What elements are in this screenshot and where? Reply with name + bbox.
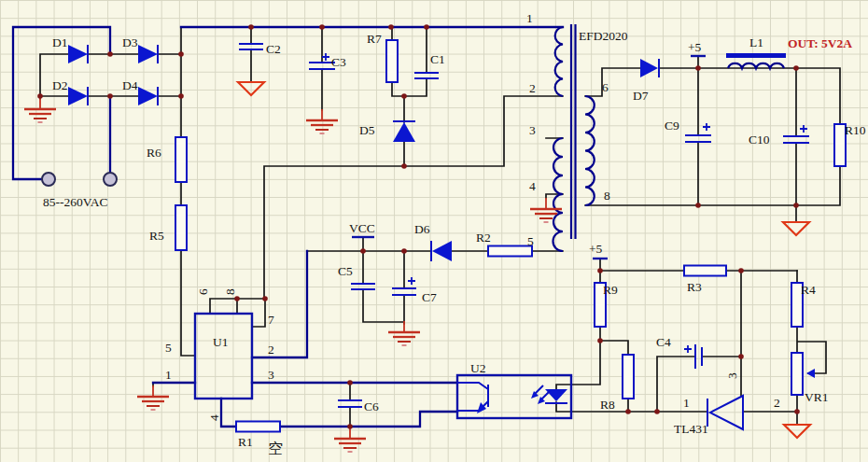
diode-d1	[68, 45, 88, 63]
label-ac-input: 85--260VAC	[43, 195, 108, 209]
optocoupler-u2	[457, 375, 571, 418]
cap-c2	[239, 44, 263, 49]
ac-terminal-1	[42, 173, 55, 186]
label-vcc: VCC	[349, 221, 375, 235]
shunt-regulator-tl431	[707, 396, 743, 429]
label-u1-pin7: 7	[268, 313, 274, 327]
label-d2: D2	[52, 78, 68, 92]
label-u1: U1	[213, 335, 229, 349]
label-transformer: EFD2020	[579, 29, 628, 43]
label-t-pin8: 8	[604, 189, 610, 203]
label-u2: U2	[470, 361, 486, 375]
inductor-l1	[726, 53, 786, 68]
schematic-svg: D1D2D3D485--260VACR6R5C2C3R7C1D5VCCD6R2C…	[0, 0, 868, 462]
label-u1-pin5: 5	[165, 341, 172, 355]
label-u1-pin1: 1	[165, 368, 172, 382]
resistor-r2	[488, 246, 532, 257]
label-note-kong: 空	[268, 441, 283, 456]
label-t-pin5: 5	[527, 234, 534, 248]
label-plus5-out: +5	[688, 40, 702, 54]
ground-symbol	[530, 198, 562, 222]
label-c2: C2	[266, 42, 281, 56]
ground-symbol	[24, 98, 56, 122]
label-c7: C7	[422, 290, 437, 304]
label-t-pin3: 3	[529, 123, 536, 137]
label-d4: D4	[122, 78, 138, 92]
labels-layer: D1D2D3D485--260VACR6R5C2C3R7C1D5VCCD6R2C…	[43, 11, 866, 456]
label-r1: R1	[238, 435, 253, 449]
resistor-r6	[175, 137, 187, 182]
label-r2: R2	[476, 231, 491, 245]
primary-winding	[555, 27, 563, 96]
label-t-pin1: 1	[526, 11, 533, 25]
label-c5: C5	[338, 264, 353, 278]
label-c3: C3	[331, 55, 346, 69]
diode-d6	[431, 241, 452, 261]
label-c6: C6	[364, 399, 379, 413]
resistor-r5	[175, 205, 187, 250]
label-r5: R5	[149, 229, 164, 243]
diode-d7	[640, 59, 659, 77]
label-c4: C4	[656, 335, 671, 349]
label-u1-pin4: 4	[207, 414, 221, 421]
diode-d5	[393, 121, 415, 142]
phototransistor	[457, 383, 488, 413]
label-tl431-pin1: 1	[683, 396, 690, 410]
cap-c6	[338, 400, 362, 407]
label-d5: D5	[359, 123, 375, 137]
label-r3: R3	[687, 280, 702, 294]
label-vr1: VR1	[805, 390, 829, 404]
earth-ground	[238, 82, 264, 95]
earth-ground	[783, 222, 809, 235]
label-plus5-fb: +5	[589, 242, 603, 256]
bridge-rectifier	[24, 45, 158, 186]
diode-d2	[68, 87, 88, 105]
label-out-rating: OUT: 5V2A	[788, 36, 852, 50]
label-l1: L1	[749, 35, 763, 49]
label-d7: D7	[633, 89, 649, 103]
label-t-pin4: 4	[529, 179, 536, 193]
diode-d4	[138, 87, 158, 105]
label-t-pin6: 6	[602, 80, 609, 94]
ground-symbol	[137, 385, 169, 410]
label-tl431-pin2: 2	[774, 396, 780, 410]
cap-c5	[351, 284, 375, 289]
wires-black	[40, 27, 840, 427]
label-c9: C9	[665, 119, 679, 133]
label-tl431: TL431	[674, 422, 708, 436]
cap-c1	[414, 73, 439, 78]
resistor-r7	[386, 40, 398, 82]
transformer-efd2020	[530, 24, 595, 251]
label-u1-pin2: 2	[268, 343, 274, 357]
schematic-canvas: D1D2D3D485--260VACR6R5C2C3R7C1D5VCCD6R2C…	[0, 0, 868, 462]
label-u1-pin6: 6	[196, 288, 210, 295]
label-r6: R6	[147, 146, 161, 160]
label-r7: R7	[367, 32, 382, 46]
controller-u1	[137, 137, 366, 452]
label-r10: R10	[845, 123, 866, 137]
label-c10: C10	[749, 133, 770, 147]
u1-body	[195, 314, 252, 399]
label-r4: R4	[801, 283, 816, 297]
ground-symbol	[306, 109, 338, 133]
label-d1: D1	[52, 35, 68, 49]
output-stage	[640, 53, 846, 235]
label-r9: R9	[603, 283, 618, 297]
resistor-r3	[684, 266, 726, 276]
label-d6: D6	[414, 222, 430, 236]
ground-symbol	[388, 321, 420, 345]
vcc-supply	[351, 237, 532, 345]
secondary-winding	[585, 96, 595, 205]
label-c1: C1	[430, 52, 445, 66]
label-tl431-pin3: 3	[725, 372, 739, 379]
label-t-pin2: 2	[529, 81, 536, 95]
resistor-r1	[236, 422, 280, 432]
resistor-r8	[623, 355, 634, 399]
label-d3: D3	[122, 35, 138, 49]
label-u1-pin8: 8	[223, 288, 237, 295]
led	[531, 385, 567, 404]
ground-symbol	[334, 427, 366, 452]
diode-d3	[138, 45, 158, 63]
earth-ground	[784, 425, 810, 438]
label-r8: R8	[600, 398, 615, 412]
